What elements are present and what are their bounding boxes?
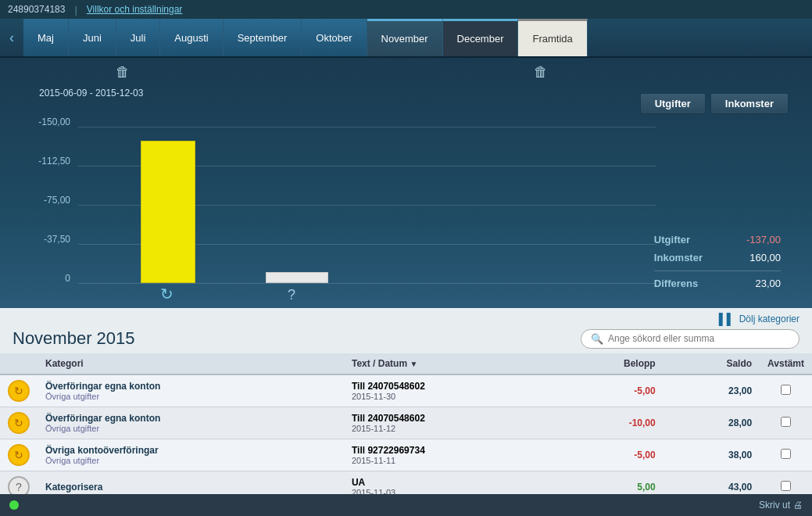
lower-header: November 2015 🔍	[0, 327, 812, 353]
col-icon	[0, 353, 38, 374]
text-date-cell: Till 927229697342015-11-11	[344, 439, 553, 471]
saldo-value: 23,00	[728, 385, 752, 396]
settings-link[interactable]: Villkor och inställningar	[87, 4, 183, 15]
col-text[interactable]: Text / Datum ▼	[344, 353, 553, 374]
category-cell: Överföringar egna kontonÖvriga utgifter	[38, 374, 344, 407]
search-box[interactable]: 🔍	[581, 329, 799, 349]
table-row: ↻Överföringar egna kontonÖvriga utgifter…	[0, 374, 812, 407]
cat-main: Överföringar egna konton	[45, 413, 336, 424]
amount-value: -10,00	[629, 417, 656, 428]
col-belopp: Belopp	[553, 353, 664, 374]
printer-icon: 🖨	[793, 500, 803, 511]
stats-divider	[654, 271, 781, 271]
avstamt-cell[interactable]	[760, 407, 812, 439]
transactions-table: Kategori Text / Datum ▼ Belopp Saldo Avs…	[0, 353, 812, 503]
bar-chart-icon: ▌▌	[719, 313, 735, 325]
income-stat-value: 160,00	[726, 249, 781, 267]
col-saldo: Saldo	[664, 353, 760, 374]
top-bar: 24890374183 | Villkor och inställningar	[0, 0, 812, 19]
tab-september[interactable]: September	[224, 19, 302, 56]
y-label-2: -75,00	[23, 195, 70, 206]
hide-categories-button[interactable]: Dölj kategorier	[739, 314, 799, 324]
avstamt-cell[interactable]	[760, 374, 812, 407]
text-main: Till 92722969734	[352, 445, 545, 456]
account-number: 24890374183	[8, 4, 65, 15]
month-nav: ‹ Maj Juni Juli Augusti September Oktobe…	[0, 19, 812, 58]
expenses-stat-row: Utgifter -137,00	[654, 231, 781, 249]
refresh-icon[interactable]: ↻	[160, 285, 173, 303]
search-input[interactable]	[608, 333, 780, 344]
refresh-icon[interactable]: ↻	[8, 412, 30, 434]
avstamt-checkbox[interactable]	[781, 449, 791, 459]
saldo-value: 43,00	[728, 482, 752, 493]
avstamt-checkbox[interactable]	[781, 417, 791, 427]
saldo-value: 28,00	[728, 417, 752, 428]
tab-framtida[interactable]: Framtida	[518, 19, 587, 56]
avstamt-cell[interactable]	[760, 439, 812, 471]
income-button[interactable]: Inkomster	[710, 93, 789, 114]
tab-augusti[interactable]: Augusti	[160, 19, 223, 56]
text-date: 2015-11-30	[352, 392, 545, 401]
date-range-label: 2015-06-09 - 2015-12-03	[39, 88, 143, 99]
text-date-cell: Till 240705486022015-11-30	[344, 374, 553, 407]
chart-area: 🗑 🗑 2015-06-09 - 2015-12-03 Utgifter Ink…	[0, 58, 812, 308]
lower-section: ▌▌ Dölj kategorier November 2015 🔍 Kateg…	[0, 308, 812, 516]
print-button[interactable]: Skriv ut 🖨	[759, 500, 803, 511]
text-main: UA	[352, 477, 545, 488]
y-label-0: -150,00	[23, 116, 70, 127]
refresh-icon[interactable]: ↻	[8, 380, 30, 402]
tab-oktober[interactable]: Oktober	[302, 19, 367, 56]
tab-december[interactable]: December	[443, 19, 519, 56]
expenses-stat-value: -137,00	[726, 231, 781, 249]
prev-month-arrow[interactable]: ‹	[0, 19, 23, 56]
sort-arrow: ▼	[410, 360, 417, 368]
cat-sub: Övriga utgifter	[45, 456, 336, 465]
question-icon[interactable]: ?	[288, 287, 295, 303]
left-marker-icon: 🗑	[116, 64, 130, 81]
cat-sub: Övriga utgifter	[45, 392, 336, 401]
cat-main: Övriga kontoöverföringar	[45, 445, 336, 456]
right-marker-icon: 🗑	[534, 64, 548, 81]
expenses-stat-label: Utgifter	[654, 231, 690, 249]
tab-juli[interactable]: Juli	[116, 19, 161, 56]
y-label-1: -112,50	[23, 156, 70, 167]
tab-juni[interactable]: Juni	[69, 19, 116, 56]
status-dot	[9, 500, 19, 510]
table-header-row: Kategori Text / Datum ▼ Belopp Saldo Avs…	[0, 353, 812, 374]
saldo-cell: 38,00	[664, 439, 760, 471]
expenses-button[interactable]: Utgifter	[640, 93, 706, 114]
avstamt-checkbox[interactable]	[781, 481, 791, 491]
grid-line-0: -150,00	[78, 127, 656, 127]
cat-main: Kategorisera	[45, 482, 336, 493]
section-title: November 2015	[13, 328, 135, 349]
lower-toolbar: ▌▌ Dölj kategorier	[0, 308, 812, 327]
stats-box: Utgifter -137,00 Inkomster 160,00 Differ…	[654, 231, 781, 292]
table-row: ↻Överföringar egna kontonÖvriga utgifter…	[0, 407, 812, 439]
text-main: Till 24070548602	[352, 413, 545, 424]
search-icon: 🔍	[591, 333, 603, 345]
amount-cell: -5,00	[553, 439, 664, 471]
bottom-bar: Skriv ut 🖨	[0, 494, 812, 516]
chart-grid: -150,00 -112,50 -75,00 -37,50 0 ↻ ?	[78, 127, 656, 283]
expense-bar	[141, 141, 195, 283]
diff-stat-value: 23,00	[726, 274, 781, 292]
chart-buttons: Utgifter Inkomster	[640, 93, 789, 114]
saldo-cell: 28,00	[664, 407, 760, 439]
cat-main: Överföringar egna konton	[45, 381, 336, 392]
diff-stat-label: Differens	[654, 274, 698, 292]
amount-value: -5,00	[634, 450, 655, 460]
y-label-3: -37,50	[23, 234, 70, 245]
tab-maj[interactable]: Maj	[23, 19, 69, 56]
amount-value: -5,00	[634, 385, 655, 396]
income-stat-row: Inkomster 160,00	[654, 249, 781, 267]
text-date: 2015-11-12	[352, 424, 545, 433]
text-main: Till 24070548602	[352, 381, 545, 392]
diff-stat-row: Differens 23,00	[654, 274, 781, 292]
saldo-value: 38,00	[728, 450, 752, 460]
amount-value: 5,00	[637, 482, 655, 493]
avstamt-checkbox[interactable]	[781, 385, 791, 395]
refresh-icon[interactable]: ↻	[8, 444, 30, 466]
y-label-4: 0	[23, 273, 70, 284]
amount-cell: -10,00	[553, 407, 664, 439]
tab-november[interactable]: November	[367, 19, 443, 56]
